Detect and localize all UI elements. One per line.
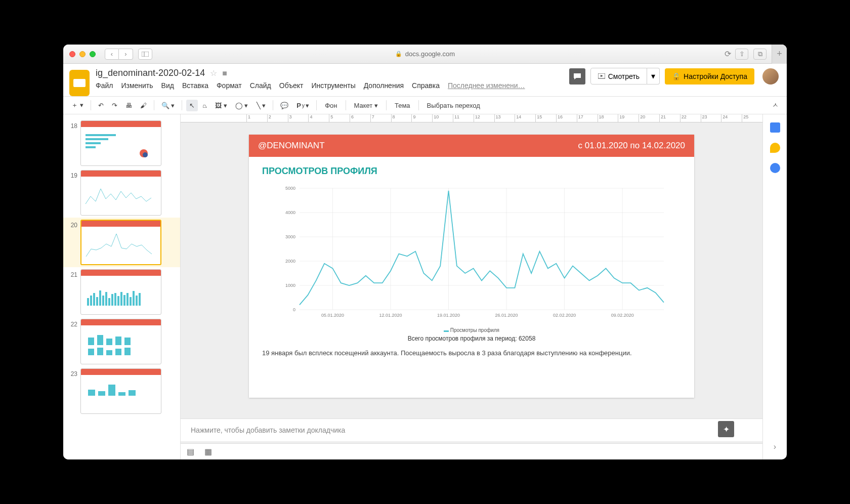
- calendar-icon[interactable]: [770, 122, 780, 133]
- expand-panel-button[interactable]: ›: [774, 442, 776, 451]
- explore-button[interactable]: ✦: [718, 421, 734, 437]
- present-button[interactable]: Смотреть: [590, 68, 647, 85]
- document-title[interactable]: ig_denominant-2020-02-14: [96, 68, 205, 78]
- undo-button[interactable]: ↶: [95, 100, 107, 111]
- shape-tool[interactable]: ◯ ▾: [232, 100, 251, 111]
- svg-rect-6: [86, 146, 96, 148]
- back-button[interactable]: ‹: [105, 49, 119, 60]
- collapse-toolbar-button[interactable]: ㅅ: [772, 101, 779, 110]
- menu-insert[interactable]: Вставка: [182, 81, 208, 90]
- line-tool[interactable]: ╲ ▾: [253, 100, 269, 111]
- select-tool[interactable]: ↖: [186, 100, 198, 111]
- svg-rect-12: [96, 297, 98, 306]
- tasks-icon[interactable]: [770, 163, 780, 173]
- menu-object[interactable]: Объект: [279, 81, 304, 90]
- svg-rect-22: [126, 293, 129, 306]
- svg-text:4000: 4000: [285, 210, 295, 215]
- svg-rect-37: [88, 390, 95, 396]
- menu-addons[interactable]: Дополнения: [364, 81, 404, 90]
- redo-button[interactable]: ↷: [109, 100, 120, 111]
- menu-view[interactable]: Вид: [161, 81, 174, 90]
- menu-edit[interactable]: Изменить: [121, 81, 153, 90]
- layout-button[interactable]: Макет ▾: [350, 100, 382, 111]
- user-avatar[interactable]: [762, 68, 779, 85]
- lock-icon: 🔒: [395, 51, 402, 57]
- svg-text:12.01.2020: 12.01.2020: [379, 313, 402, 318]
- keep-icon[interactable]: [770, 143, 780, 153]
- speaker-notes[interactable]: Нажмите, чтобы добавить заметки докладчи…: [181, 418, 762, 441]
- svg-point-8: [143, 152, 148, 157]
- thumb-18[interactable]: 18: [63, 118, 180, 168]
- menu-file[interactable]: Файл: [96, 81, 113, 90]
- window-controls: [69, 51, 96, 57]
- svg-text:5000: 5000: [285, 186, 295, 191]
- comment-tool[interactable]: 💬: [277, 100, 291, 111]
- present-dropdown[interactable]: ▾: [647, 68, 660, 85]
- svg-rect-31: [124, 338, 131, 345]
- slide-canvas[interactable]: @DENOMINANT с 01.01.2020 по 14.02.2020 П…: [249, 135, 694, 398]
- new-tab-button[interactable]: +: [772, 45, 787, 64]
- svg-rect-5: [86, 142, 101, 144]
- filmstrip-view-icon[interactable]: ▤: [187, 447, 194, 456]
- forward-button[interactable]: ›: [119, 49, 133, 60]
- maximize-window-button[interactable]: [90, 51, 96, 57]
- print-button[interactable]: 🖶: [122, 100, 135, 111]
- grid-view-icon[interactable]: ▦: [204, 447, 212, 456]
- slides-logo-icon[interactable]: [69, 70, 90, 96]
- zoom-button[interactable]: 🔍 ▾: [158, 100, 178, 111]
- reload-button[interactable]: ⟳: [725, 49, 731, 59]
- svg-rect-39: [108, 385, 115, 396]
- background-button[interactable]: Фон: [321, 100, 341, 111]
- last-edit-link[interactable]: Последнее изменени…: [448, 81, 525, 90]
- slide-date-range: с 01.01.2020 по 14.02.2020: [578, 141, 686, 151]
- textbox-tool[interactable]: ⏢: [200, 100, 210, 111]
- thumb-20[interactable]: 20: [63, 218, 180, 267]
- image-tool[interactable]: 🖼 ▾: [212, 100, 230, 111]
- svg-rect-17: [111, 294, 113, 306]
- slide-account: @DENOMINANT: [258, 141, 325, 151]
- slide-thumbnails[interactable]: 18 19 20 21 22 23: [63, 114, 181, 459]
- share-button[interactable]: 🔒 Настройки Доступа: [665, 68, 754, 85]
- tabs-button[interactable]: ⧉: [753, 49, 767, 60]
- comments-button[interactable]: [569, 68, 585, 85]
- new-slide-button[interactable]: ＋ ▾: [68, 99, 87, 112]
- svg-rect-24: [133, 291, 135, 306]
- svg-text:02.02.2020: 02.02.2020: [553, 313, 576, 318]
- thumb-22[interactable]: 22: [63, 317, 180, 366]
- chart-svg: 01000200030004000500005.01.202012.01.202…: [269, 181, 674, 327]
- thumb-19[interactable]: 19: [63, 168, 180, 218]
- svg-text:09.02.2020: 09.02.2020: [611, 313, 634, 318]
- script-tool[interactable]: Ру ▾: [293, 100, 312, 111]
- star-icon[interactable]: ☆: [210, 68, 217, 78]
- header-actions: Смотреть ▾ 🔒 Настройки Доступа: [569, 68, 779, 85]
- thumb-21[interactable]: 21: [63, 267, 180, 317]
- menu-help[interactable]: Справка: [412, 81, 440, 90]
- svg-text:1000: 1000: [285, 283, 295, 288]
- transition-button[interactable]: Выбрать переход: [423, 100, 484, 111]
- svg-rect-36: [124, 348, 131, 355]
- folder-icon[interactable]: ■: [222, 69, 227, 78]
- minimize-window-button[interactable]: [79, 51, 86, 57]
- paint-format-button[interactable]: 🖌: [137, 100, 150, 111]
- theme-button[interactable]: Тема: [391, 100, 414, 111]
- menu-format[interactable]: Формат: [217, 81, 242, 90]
- close-window-button[interactable]: [69, 51, 75, 57]
- slide-header-bar: @DENOMINANT с 01.01.2020 по 14.02.2020: [249, 135, 694, 157]
- toolbar: ＋ ▾ ↶ ↷ 🖶 🖌 🔍 ▾ ↖ ⏢ 🖼 ▾ ◯ ▾ ╲ ▾ 💬 Ру ▾ Ф…: [63, 96, 787, 114]
- menu-tools[interactable]: Инструменты: [311, 81, 355, 90]
- svg-text:26.01.2020: 26.01.2020: [495, 313, 518, 318]
- thumb-23[interactable]: 23: [63, 366, 180, 416]
- menu-slide[interactable]: Слайд: [250, 81, 271, 90]
- address-bar[interactable]: 🔒 docs.google.com: [395, 50, 455, 58]
- chart-caption: Всего просмотров профиля за период: 6205…: [249, 335, 694, 342]
- chart: 01000200030004000500005.01.202012.01.202…: [249, 181, 694, 327]
- chart-legend: ▬ Просмотры профиля: [249, 327, 694, 333]
- svg-text:2000: 2000: [285, 259, 295, 264]
- sidebar-toggle-button[interactable]: [138, 49, 152, 60]
- share-sheet-button[interactable]: ⇧: [735, 49, 748, 60]
- svg-rect-18: [114, 293, 116, 306]
- bottom-bar: ▤ ▦: [181, 443, 762, 459]
- svg-rect-15: [105, 292, 107, 306]
- svg-rect-16: [108, 298, 110, 306]
- svg-rect-30: [115, 337, 121, 345]
